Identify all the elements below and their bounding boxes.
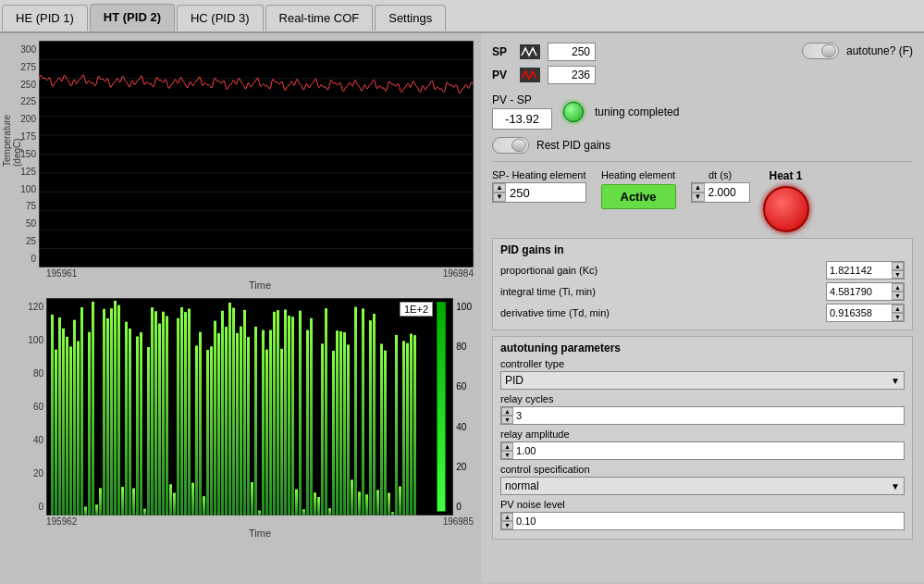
sp-value[interactable]: 250 <box>548 43 596 61</box>
deriv-up-btn[interactable]: ▲ <box>892 304 904 313</box>
tuning-led <box>563 102 584 122</box>
proportional-label: proportional gain (Kc) <box>500 265 826 276</box>
top-chart-canvas <box>39 41 474 267</box>
autotuning-params-title: autotuning parameters <box>500 342 905 354</box>
integral-input-wrapper: ▲ ▼ <box>826 282 905 301</box>
sp-down-btn[interactable]: ▼ <box>493 193 506 202</box>
pv-sp-group: PV - SP -13.92 <box>492 93 552 130</box>
controller-type-dropdown[interactable]: PID ▼ <box>500 371 905 390</box>
rest-toggle-knob <box>511 139 526 152</box>
pv-sp-row: PV - SP -13.92 tuning completed <box>492 93 913 130</box>
sp-heating-input-wrapper: ▲ ▼ <box>492 182 586 203</box>
bottom-x-label: Time <box>46 528 474 539</box>
derivative-input-wrapper: ▲ ▼ <box>826 304 905 322</box>
x-start-label: 195962 <box>46 516 77 527</box>
x-end-label: 196984 <box>443 268 474 279</box>
pv-noise-spinners: ▲ ▼ <box>501 513 513 529</box>
controller-type-value: PID <box>505 374 524 387</box>
y-tick: 80 <box>33 368 43 379</box>
dt-section: dt (s) ▲ ▼ <box>691 169 750 203</box>
sp-signal-icon <box>520 44 540 59</box>
integral-input[interactable] <box>827 285 892 298</box>
controller-type-label: controller type <box>500 358 905 369</box>
y-tick: 150 <box>20 149 36 159</box>
bottom-x-labels: 195962 196985 <box>46 516 474 528</box>
integral-label: integral time (Ti, min) <box>500 286 826 297</box>
sp-pv-group: SP 250 PV 236 <box>492 43 596 84</box>
proportional-input[interactable] <box>827 264 892 277</box>
autotuning-params-section: autotuning parameters controller type PI… <box>492 336 913 540</box>
derivative-spinners: ▲ ▼ <box>892 304 904 321</box>
y-tick: 275 <box>20 62 36 72</box>
pv-sp-label: PV - SP <box>492 93 552 106</box>
dt-down-btn[interactable]: ▼ <box>692 193 705 202</box>
tab-bar: HE (PID 1) HT (PID 2) HC (PID 3) Real-ti… <box>0 0 924 33</box>
rest-pid-label: Rest PID gains <box>536 139 610 152</box>
relay-cycles-up[interactable]: ▲ <box>501 407 513 416</box>
proportional-spinners: ▲ ▼ <box>892 262 904 279</box>
heat1-section: Heat 1 <box>763 169 809 232</box>
pv-noise-up[interactable]: ▲ <box>501 513 513 521</box>
active-button[interactable]: Active <box>601 184 676 209</box>
pv-noise-input[interactable] <box>513 515 583 528</box>
y-tick: 40 <box>33 435 43 445</box>
pv-noise-down[interactable]: ▼ <box>501 521 513 529</box>
y-tick: 0 <box>31 254 36 264</box>
control-spec-value: normal <box>505 479 539 492</box>
y-tick: 225 <box>20 96 36 106</box>
relay-cycles-label: relay cycles <box>500 393 905 404</box>
tab-hc-pid3[interactable]: HC (PID 3) <box>177 5 264 31</box>
bottom-chart-canvas <box>46 298 453 516</box>
controller-type-arrow: ▼ <box>891 376 900 386</box>
relay-cycles-spinners: ▲ ▼ <box>501 407 513 424</box>
pid-gains-section: PID gains in proportional gain (Kc) ▲ ▼ … <box>492 238 913 330</box>
pv-sp-value: -13.92 <box>492 108 552 130</box>
tab-settings[interactable]: Settings <box>375 5 446 31</box>
heating-element-label: Heating element <box>601 169 675 180</box>
y-tick: 25 <box>26 236 36 246</box>
pv-row: PV 236 <box>492 66 596 84</box>
x-end-label: 196985 <box>443 516 474 527</box>
y-tick: 60 <box>33 402 43 412</box>
pv-signal-icon <box>520 68 540 82</box>
y-tick: 100 <box>20 184 36 194</box>
pv-value[interactable]: 236 <box>548 66 596 84</box>
sp-heating-input[interactable] <box>506 184 557 202</box>
autotune-toggle[interactable] <box>802 43 839 59</box>
sp-label: SP <box>492 45 512 58</box>
int-up-btn[interactable]: ▲ <box>892 283 904 292</box>
proportional-row: proportional gain (Kc) ▲ ▼ <box>500 261 905 280</box>
autotune-label: autotune? (F) <box>846 44 913 57</box>
y-tick: 50 <box>26 218 36 229</box>
top-chart-area <box>39 41 474 267</box>
relay-cycles-down[interactable]: ▼ <box>501 416 513 424</box>
y-tick: 200 <box>20 114 36 124</box>
sp-heating-group: SP- Heating element ▲ ▼ <box>492 169 586 203</box>
sp-up-btn[interactable]: ▲ <box>493 183 506 193</box>
sp-row: SP 250 <box>492 43 596 61</box>
control-spec-dropdown[interactable]: normal ▼ <box>500 477 905 495</box>
prop-down-btn[interactable]: ▼ <box>892 270 904 279</box>
dt-input-wrapper: ▲ ▼ <box>691 182 750 203</box>
relay-amp-up[interactable]: ▲ <box>501 442 513 451</box>
relay-cycles-wrapper: ▲ ▼ <box>500 406 905 425</box>
rest-pid-row: Rest PID gains <box>492 137 913 154</box>
relay-cycles-input[interactable] <box>513 409 583 422</box>
int-down-btn[interactable]: ▼ <box>892 292 904 300</box>
rest-pid-toggle[interactable] <box>492 137 529 154</box>
deriv-down-btn[interactable]: ▼ <box>892 313 904 321</box>
sp-heating-label: SP- Heating element <box>492 169 586 180</box>
prop-up-btn[interactable]: ▲ <box>892 262 904 270</box>
tab-realtime-cof[interactable]: Real-time COF <box>265 5 374 31</box>
autotune-row: autotune? (F) <box>802 43 913 59</box>
relay-amp-down[interactable]: ▼ <box>501 451 513 459</box>
y-tick: 100 <box>28 335 43 345</box>
dt-input[interactable] <box>705 184 749 201</box>
pv-label: PV <box>492 68 512 81</box>
tab-ht-pid2[interactable]: HT (PID 2) <box>90 4 175 31</box>
derivative-input[interactable] <box>827 306 892 319</box>
relay-amplitude-input[interactable] <box>513 444 583 457</box>
tab-he-pid1[interactable]: HE (PID 1) <box>2 5 88 31</box>
relay-amplitude-spinners: ▲ ▼ <box>501 442 513 459</box>
dt-up-btn[interactable]: ▲ <box>692 183 705 193</box>
